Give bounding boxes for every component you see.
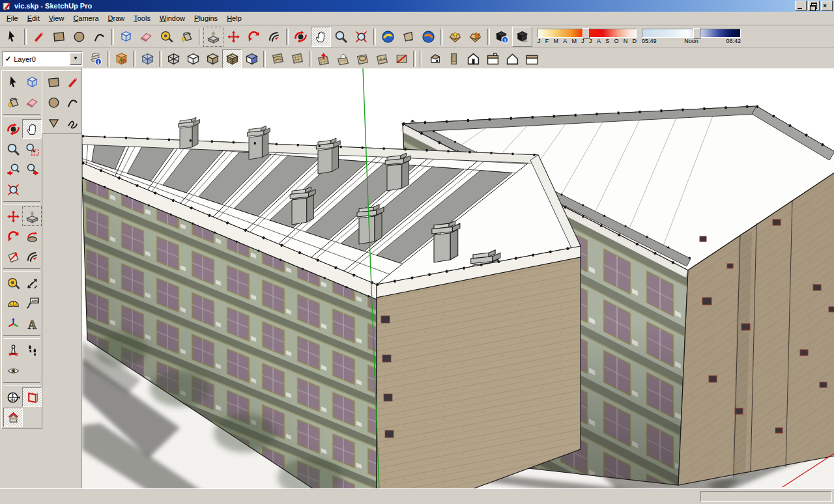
layers-info-button[interactable]: i (85, 49, 105, 68)
push-pull-button[interactable] (203, 27, 223, 47)
follow-me-button[interactable] (22, 227, 42, 246)
move-button[interactable] (223, 27, 244, 47)
shadow-month-slider-thumb[interactable] (582, 28, 590, 39)
arc-button[interactable] (63, 92, 82, 112)
shadow-toggle-button[interactable] (512, 27, 532, 47)
house-outline-button[interactable] (502, 49, 522, 68)
text-tool-button[interactable]: ABC (22, 294, 42, 313)
terrain-scratch-button[interactable] (287, 49, 307, 68)
cube-xray-button[interactable] (137, 49, 157, 68)
menu-camera[interactable]: Camera (68, 13, 103, 23)
house-wide-button[interactable] (522, 49, 541, 68)
shadow-settings-button[interactable]: i (492, 27, 512, 47)
zoom-window-button[interactable] (22, 139, 42, 159)
menu-window[interactable]: Window (155, 13, 190, 23)
section-symbol-button[interactable]: CA-5 (3, 387, 23, 407)
menu-help[interactable]: Help (222, 13, 246, 23)
select-button[interactable] (2, 27, 22, 47)
push-pull-button[interactable] (22, 206, 42, 226)
house-flat-button[interactable] (483, 49, 502, 68)
select-button[interactable] (3, 72, 23, 92)
protractor-button[interactable] (3, 294, 23, 313)
shadow-time-slider[interactable] (642, 29, 741, 38)
menu-draw[interactable]: Draw (104, 13, 130, 23)
box-import-button[interactable] (465, 27, 485, 47)
menu-file[interactable]: File (2, 13, 23, 23)
component-button[interactable] (22, 72, 42, 92)
rotate-button[interactable] (244, 27, 264, 47)
zoom-previous-button[interactable] (3, 160, 23, 179)
scale-button[interactable] (3, 247, 23, 266)
layer-combobox[interactable]: ✓ Layer0 ▼ (2, 51, 83, 66)
arc-button[interactable] (89, 27, 109, 47)
add-detail-button[interactable] (372, 49, 392, 68)
tape-measure-button[interactable] (156, 27, 177, 47)
terrain-contours-button[interactable] (268, 49, 287, 68)
menu-edit[interactable]: Edit (23, 13, 44, 23)
flip-edge-button[interactable] (392, 49, 411, 68)
menu-plugins[interactable]: Plugins (190, 13, 222, 23)
stamp-button[interactable] (333, 49, 352, 68)
offset-button[interactable] (22, 247, 42, 266)
walk-button[interactable] (22, 341, 42, 360)
pan-button[interactable] (22, 119, 42, 139)
layer-combobox-dropdown-button[interactable]: ▼ (70, 53, 81, 65)
rectangle-button[interactable] (49, 27, 69, 47)
menu-tools[interactable]: Tools (129, 13, 155, 23)
circle-button[interactable] (44, 92, 63, 112)
view-next-button[interactable] (418, 27, 439, 47)
minimize-button[interactable] (795, 1, 807, 11)
cube-hiddenline-button[interactable] (183, 49, 203, 68)
cube-monochrome-button[interactable] (242, 49, 261, 68)
shadow-month-slider[interactable] (538, 29, 637, 38)
rotate-button[interactable] (3, 227, 23, 246)
view-previous-button[interactable] (378, 27, 398, 47)
tape-measure-button[interactable] (3, 273, 23, 293)
circle-button[interactable] (69, 27, 89, 47)
zoom-next-button[interactable] (22, 160, 42, 179)
component-button[interactable] (116, 27, 136, 47)
viewport-canvas[interactable] (82, 68, 834, 489)
house-3d-button[interactable] (424, 49, 444, 68)
pan-button[interactable] (311, 27, 331, 47)
camera-face-button[interactable] (398, 27, 418, 47)
orbit-button[interactable] (291, 27, 311, 47)
section-cut-button[interactable] (3, 408, 23, 427)
move-button[interactable] (3, 206, 23, 226)
shadow-time-slider-thumb[interactable] (693, 28, 700, 39)
box-export-button[interactable] (445, 27, 465, 47)
freehand-button[interactable] (63, 113, 82, 132)
menu-view[interactable]: View (44, 13, 69, 23)
axes-tool-button[interactable] (3, 314, 23, 333)
text3d-button[interactable]: A (22, 314, 42, 333)
section-plane-button[interactable] (22, 387, 42, 407)
line-button[interactable] (63, 72, 82, 92)
position-camera-button[interactable] (3, 341, 23, 360)
model-viewport[interactable] (81, 68, 834, 489)
cube-textured-button[interactable] (222, 49, 242, 68)
eraser-button[interactable] (22, 92, 42, 112)
orbit-button[interactable] (3, 119, 23, 139)
look-around-button[interactable] (3, 361, 23, 380)
cube-shaded-button[interactable] (203, 49, 222, 68)
zoom-extents-button[interactable] (3, 180, 23, 199)
zoom-button[interactable] (331, 27, 351, 47)
smoove-button[interactable] (313, 49, 333, 68)
measurements-box[interactable] (700, 491, 832, 502)
zoom-button[interactable] (3, 139, 23, 159)
cube-wireframe-button[interactable] (164, 49, 183, 68)
restore-button[interactable] (808, 1, 820, 11)
zoom-extents-button[interactable] (351, 27, 371, 47)
eraser-button[interactable] (136, 27, 156, 47)
rectangle-button[interactable] (44, 72, 63, 92)
close-button[interactable]: × (821, 1, 833, 11)
abc-block-button[interactable]: AD (111, 49, 131, 68)
paint-bucket-button[interactable] (3, 92, 23, 112)
dimension-button[interactable] (22, 273, 42, 293)
paint-bucket-button[interactable] (177, 27, 197, 47)
house-front-button[interactable] (463, 49, 483, 68)
drape-button[interactable] (352, 49, 372, 68)
offset-button[interactable] (264, 27, 284, 47)
line-button[interactable] (29, 27, 49, 47)
door-panel-button[interactable] (444, 49, 463, 68)
